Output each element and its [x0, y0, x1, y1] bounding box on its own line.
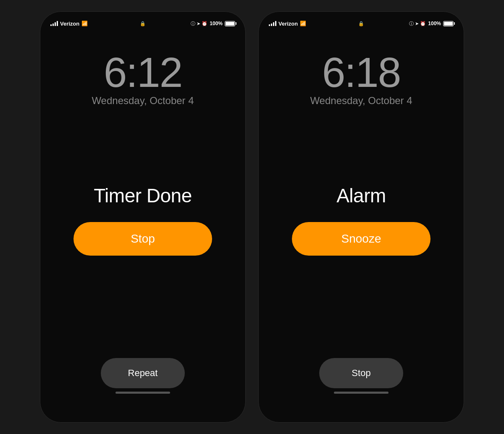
- status-left: Verizon 📶: [50, 21, 88, 27]
- arrow-icon-2: ➤: [415, 21, 419, 26]
- phone-timer: Verizon 📶 🔒 ⓘ ➤ ⏰ 100% 6:12 Wednes: [40, 11, 246, 423]
- wifi-icon: 📶: [81, 21, 88, 26]
- location-icon-2: ⓘ: [409, 21, 414, 27]
- signal-bar-1b: [269, 24, 270, 26]
- battery-icon-2: [443, 21, 454, 26]
- signal-bar-3b: [273, 22, 274, 26]
- signal-bar-4b: [275, 21, 276, 26]
- home-indicator-2: [334, 392, 388, 394]
- signal-bar-1: [50, 24, 52, 26]
- signal-bar-2b: [271, 24, 272, 26]
- status-bar-left: Verizon 📶 🔒 ⓘ ➤ ⏰ 100%: [40, 12, 245, 30]
- bottom-area: Repeat: [40, 358, 245, 422]
- notification-title: Timer Done: [94, 184, 192, 207]
- battery-icon: [225, 21, 235, 26]
- phone-alarm: Verizon 📶 🔒 ⓘ ➤ ⏰ 100% 6:18 Wednes: [258, 11, 464, 423]
- battery-fill-2: [444, 22, 453, 26]
- lock-icon: 🔒: [140, 21, 146, 26]
- bottom-area-2: Stop: [259, 358, 464, 422]
- lock-icon-2: 🔒: [358, 21, 364, 26]
- stop-button[interactable]: Stop: [74, 222, 212, 256]
- phones-container: Verizon 📶 🔒 ⓘ ➤ ⏰ 100% 6:12 Wednes: [40, 11, 464, 423]
- status-right-2: ⓘ ➤ ⏰ 100%: [409, 21, 454, 27]
- status-bar-right: Verizon 📶 🔒 ⓘ ➤ ⏰ 100%: [259, 12, 464, 30]
- status-right: ⓘ ➤ ⏰ 100%: [191, 21, 235, 27]
- battery-fill: [226, 22, 234, 26]
- notification-title-2: Alarm: [336, 184, 386, 207]
- status-icons-2: ⓘ ➤ ⏰: [409, 21, 426, 27]
- status-left-2: Verizon 📶: [269, 21, 306, 27]
- status-center: 🔒: [140, 21, 146, 26]
- location-icon: ⓘ: [191, 21, 195, 27]
- home-indicator: [116, 392, 170, 394]
- signal-bars-icon-2: [269, 21, 276, 26]
- battery-percent-2: 100%: [428, 21, 441, 26]
- repeat-button[interactable]: Repeat: [101, 358, 185, 388]
- signal-bar-2: [52, 24, 54, 26]
- signal-bar-3: [55, 22, 56, 26]
- stop-button-2[interactable]: Stop: [319, 358, 403, 388]
- notification-area: Timer Done Stop: [40, 81, 245, 358]
- wifi-icon-2: 📶: [300, 21, 306, 26]
- snooze-button[interactable]: Snooze: [292, 222, 430, 256]
- alarm-icon-2: ⏰: [420, 21, 426, 26]
- signal-bars-icon: [50, 21, 58, 26]
- status-icons: ⓘ ➤ ⏰: [191, 21, 207, 27]
- arrow-icon: ➤: [197, 21, 200, 26]
- notification-area-2: Alarm Snooze: [259, 81, 464, 358]
- signal-bar-4: [57, 21, 58, 26]
- carrier-label-2: Verizon: [278, 21, 298, 27]
- status-center-2: 🔒: [358, 21, 364, 26]
- carrier-label: Verizon: [60, 21, 79, 27]
- alarm-icon: ⏰: [202, 21, 207, 26]
- battery-percent: 100%: [210, 21, 223, 26]
